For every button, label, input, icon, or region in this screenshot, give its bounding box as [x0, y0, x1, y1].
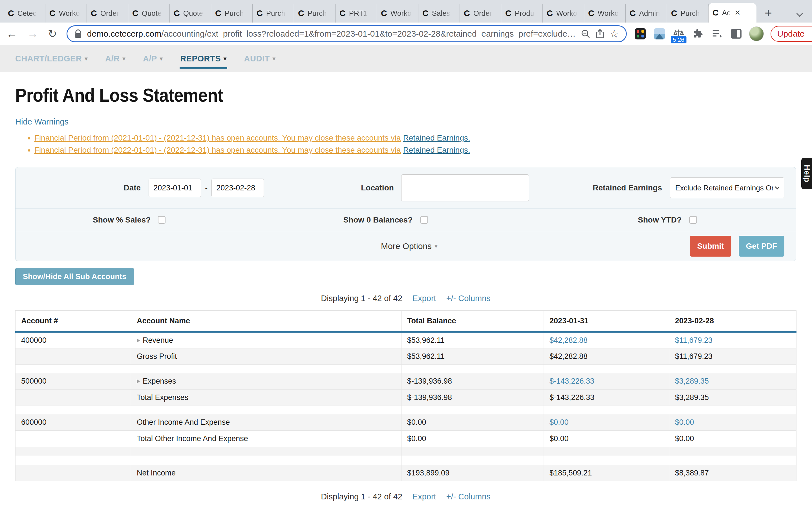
period2-cell: $3,289.35 [669, 373, 797, 390]
period2-link[interactable]: $11,679.23 [675, 336, 712, 344]
extension-dark-icon[interactable] [634, 27, 647, 40]
column-header-period1[interactable]: 2023-01-31 [544, 311, 669, 332]
browser-tab[interactable]: CProdu [501, 4, 543, 22]
browser-tab[interactable]: CPRT1 [336, 4, 377, 22]
tab-search-chevron-icon[interactable] [797, 11, 802, 17]
lock-icon [74, 29, 82, 38]
expand-arrow-icon[interactable] [137, 379, 140, 384]
warning-link[interactable]: Financial Period from (2022-01-01) - (20… [35, 146, 401, 154]
update-button[interactable]: Update ⋮ [770, 26, 812, 42]
account-number-cell: 500000 [15, 373, 131, 390]
forward-button[interactable]: → [27, 28, 38, 40]
warning-item: Financial Period from (2021-01-01) - (20… [35, 133, 797, 143]
caret-down-icon: ▾ [273, 55, 276, 62]
nav-ar[interactable]: A/R▾ [105, 54, 125, 63]
spacer-row [15, 365, 797, 373]
bookmark-star-icon[interactable]: ☆ [610, 29, 619, 39]
address-bar[interactable]: demo.cetecerp.com/accounting/ext_profit_… [66, 25, 627, 42]
tab-close-icon[interactable]: ✕ [734, 8, 741, 17]
zoom-out-icon[interactable] [581, 29, 591, 39]
browser-tab[interactable]: CPurch [667, 4, 709, 22]
expand-arrow-icon[interactable] [137, 338, 140, 343]
displaying-count: Displaying 1 - 42 of 42 [321, 492, 402, 501]
period1-cell: $0.00 [544, 414, 669, 431]
account-number-cell: 400000 [15, 332, 131, 348]
browser-tab[interactable]: CPurch [253, 4, 294, 22]
browser-tab[interactable]: CWorko [543, 4, 584, 22]
account-name[interactable]: Expenses [143, 377, 176, 385]
browser-tab[interactable]: COrder [87, 4, 128, 22]
account-name-cell: Expenses [131, 373, 402, 390]
column-header-total-balance[interactable]: Total Balance [402, 311, 544, 332]
browser-tab[interactable]: CAdmin [626, 4, 667, 22]
show-ytd-checkbox[interactable] [689, 216, 697, 224]
show-zero-balances-checkbox[interactable] [420, 216, 428, 224]
tab-title: Quote [183, 9, 203, 18]
period2-link[interactable]: $0.00 [675, 418, 694, 427]
submit-button[interactable]: Submit [690, 236, 731, 257]
profile-avatar[interactable] [749, 26, 764, 41]
extension-image-icon[interactable] [653, 27, 666, 40]
nav-label: CHART/LEDGER [15, 54, 82, 63]
warning-link[interactable]: Financial Period from (2021-01-01) - (20… [35, 133, 401, 142]
hide-warnings-link[interactable]: Hide Warnings [15, 117, 68, 126]
caret-down-icon: ▾ [435, 242, 438, 250]
browser-tab[interactable]: CPurch [211, 4, 253, 22]
period1-cell: $42,282.88 [544, 332, 669, 348]
browser-tab[interactable]: CSales [418, 4, 460, 22]
column-header-account-name[interactable]: Account Name [131, 311, 402, 332]
extension-scale-icon[interactable]: 5.26 [672, 27, 685, 40]
column-header-period2[interactable]: 2023-02-28 [669, 311, 797, 332]
retained-earnings-link[interactable]: Retained Earnings. [403, 133, 470, 142]
nav-audit[interactable]: AUDIT▾ [244, 54, 276, 63]
columns-link[interactable]: +/- Columns [446, 294, 491, 303]
retained-earnings-link[interactable]: Retained Earnings. [403, 146, 470, 154]
nav-reports[interactable]: REPORTS▾ [180, 54, 226, 63]
reload-button[interactable]: ↻ [48, 29, 57, 39]
export-link[interactable]: Export [412, 492, 436, 501]
browser-tab[interactable]: COrder [460, 4, 501, 22]
retained-earnings-label: Retained Earnings [593, 183, 662, 192]
browser-tab[interactable]: CPurch [294, 4, 336, 22]
date-to-input[interactable] [211, 179, 264, 197]
account-name[interactable]: Revenue [143, 336, 173, 344]
help-tab[interactable]: Help [801, 158, 812, 189]
browser-menu-dots-icon[interactable]: ⋮ [808, 29, 812, 39]
browser-tab[interactable]: CCetec [4, 4, 45, 22]
retained-earnings-select[interactable]: Exclude Retained Earnings On 'A [670, 177, 784, 198]
browser-tab[interactable]: CQuote [128, 4, 170, 22]
columns-link[interactable]: +/- Columns [446, 492, 491, 501]
tab-title: Ac [722, 8, 730, 17]
cetec-favicon-icon: C [257, 9, 263, 17]
back-button[interactable]: ← [6, 28, 17, 40]
location-input[interactable] [401, 174, 529, 202]
date-separator: - [205, 184, 207, 192]
period1-link[interactable]: $-143,226.33 [550, 377, 594, 385]
show-ytd-label: Show YTD? [638, 216, 681, 224]
export-link[interactable]: Export [412, 294, 436, 303]
url-text[interactable]: demo.cetecerp.com/accounting/ext_profit_… [87, 29, 576, 39]
update-label: Update [777, 29, 805, 39]
subaccounts-toggle-button[interactable]: Show/Hide All Sub Accounts [15, 268, 134, 285]
browser-tab[interactable]: CWorko [377, 4, 418, 22]
column-header-account-number[interactable]: Account # [15, 311, 131, 332]
nav-ap[interactable]: A/P▾ [143, 54, 163, 63]
period2-link[interactable]: $3,289.35 [675, 377, 709, 385]
new-tab-button[interactable]: + [760, 5, 776, 21]
date-from-input[interactable] [149, 179, 201, 197]
reading-list-icon[interactable] [711, 27, 723, 40]
share-icon[interactable] [596, 29, 605, 39]
period1-link[interactable]: $42,282.88 [550, 336, 588, 344]
extensions-puzzle-icon[interactable] [692, 27, 704, 40]
total-balance-cell: $53,962.11 [402, 348, 544, 365]
nav-chart-ledger[interactable]: CHART/LEDGER▾ [15, 54, 88, 63]
more-options-link[interactable]: More Options▾ [381, 241, 438, 251]
period1-link[interactable]: $0.00 [550, 418, 569, 427]
browser-tab[interactable]: CWorko [45, 4, 87, 22]
side-panel-icon[interactable] [730, 27, 742, 40]
browser-tab-active[interactable]: C Ac ✕ [709, 3, 756, 22]
browser-tab[interactable]: CQuote [170, 4, 211, 22]
show-sales-checkbox[interactable] [158, 216, 165, 224]
browser-tab[interactable]: CWorko [584, 4, 626, 22]
get-pdf-button[interactable]: Get PDF [739, 236, 784, 257]
